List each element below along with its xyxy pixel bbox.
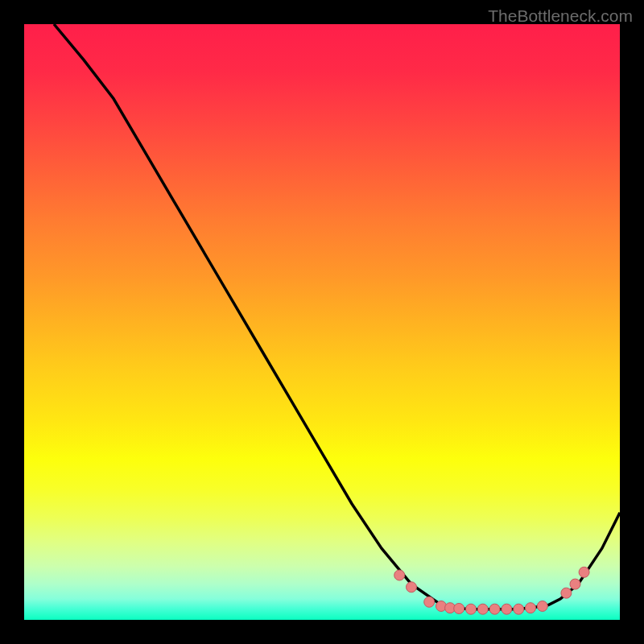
highlight-dot	[537, 601, 547, 611]
attribution-text: TheBottleneck.com	[488, 6, 633, 26]
highlight-dot	[407, 582, 417, 592]
bottleneck-curve	[54, 24, 620, 609]
highlight-dot	[489, 604, 500, 614]
highlight-dot	[477, 604, 488, 614]
highlight-dot	[570, 579, 580, 589]
highlight-dots	[394, 567, 589, 614]
highlight-dot	[502, 604, 512, 614]
highlight-dot	[454, 603, 464, 613]
highlight-dot	[514, 604, 524, 614]
chart-svg	[24, 24, 620, 620]
highlight-dot	[579, 567, 589, 577]
highlight-dot	[466, 604, 477, 614]
highlight-dot	[424, 597, 435, 607]
highlight-dot	[526, 603, 536, 613]
highlight-dot	[561, 588, 572, 598]
plot-gradient-area	[24, 24, 620, 620]
highlight-dot	[394, 570, 405, 580]
